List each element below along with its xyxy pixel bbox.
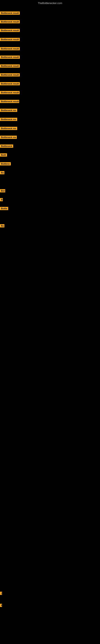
bottleneck-badge: Bottleneck result	[0, 82, 20, 85]
bottleneck-badge: Bo	[0, 224, 4, 228]
bottleneck-badge: Bottleneck result	[0, 100, 19, 103]
bottleneck-badge: Bottleneck result	[0, 64, 20, 68]
bottleneck-badge: Bo	[0, 171, 4, 174]
bottleneck-badge: Bottleneck result	[0, 12, 20, 15]
bottleneck-badge: Bottleneck result	[0, 20, 20, 23]
bottleneck-badge: Bottleneck result	[0, 38, 20, 41]
bottleneck-badge: B	[0, 604, 2, 607]
bottleneck-badge: Bot	[0, 189, 5, 192]
bottleneck-badge: |	[0, 592, 2, 595]
bottleneck-badge: B	[0, 198, 3, 201]
bottleneck-badge: Bottleneck result	[0, 56, 20, 59]
bottleneck-badge: Bottleneck res	[0, 127, 17, 130]
bottleneck-badge: Bottleneck res	[0, 136, 17, 139]
bottleneck-badge: Bottlene	[0, 162, 11, 166]
bottleneck-badge: Bottl	[0, 153, 7, 156]
bottleneck-badge: Bottleneck res	[0, 109, 17, 112]
bottleneck-badge: Bottleneck result	[0, 73, 20, 76]
bottleneck-badge: Bottleneck result	[0, 29, 20, 32]
bottleneck-badge: Bottleneck res	[0, 118, 17, 121]
bottleneck-badge: Bottle	[0, 207, 8, 210]
site-title: TheBottlenecker.com	[0, 1, 100, 6]
bottleneck-badge: Bottleneck	[0, 144, 13, 148]
bottleneck-badge: Bottleneck result	[0, 47, 20, 50]
bottleneck-badge: Bottleneck result	[0, 91, 20, 94]
